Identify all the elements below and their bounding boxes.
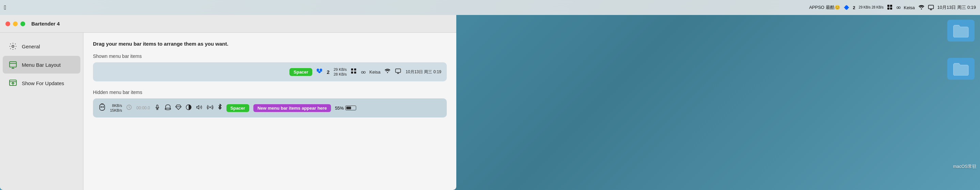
battery-fill	[346, 107, 351, 109]
sidebar-item-general[interactable]: General	[3, 37, 80, 55]
hat-strip-icon	[164, 104, 171, 112]
svg-rect-26	[351, 72, 353, 73]
menubar:  APPSO 最酷😊 2 29 KB/s 28 KB/s oo Keisa	[0, 0, 980, 15]
menu-bar-layout-label: Menu Bar Layout	[22, 62, 60, 68]
macos-label-container: macOS常驻	[953, 163, 977, 169]
svg-point-38	[209, 107, 210, 108]
svg-marker-37	[196, 105, 199, 109]
keisa-strip-label: Keisa	[369, 69, 381, 75]
sidebar: General Menu Bar Layout	[0, 33, 83, 190]
title-bar: Bartender 4	[0, 15, 456, 33]
svg-point-34	[165, 108, 170, 110]
speed-strip-text: 29 KB/s28 KB/s	[334, 67, 347, 77]
svg-point-32	[103, 106, 103, 107]
svg-rect-24	[351, 69, 353, 70]
app-window: Bartender 4 General	[0, 15, 456, 190]
appso-label: APPSO 最酷😊	[809, 5, 840, 11]
number2-menubar-icon: 2	[853, 5, 855, 10]
window-title: Bartender 4	[31, 21, 60, 27]
svg-rect-5	[890, 5, 892, 7]
drag-hint: Drag your menu bar items to arrange them…	[93, 41, 447, 47]
svg-rect-27	[354, 72, 356, 73]
glasses-menubar-icon: oo	[897, 5, 900, 10]
svg-rect-8	[928, 5, 933, 9]
desktop-folder-1[interactable]	[947, 20, 975, 42]
svg-rect-28	[396, 69, 401, 72]
wifi-menubar-icon	[918, 5, 924, 11]
spacer-badge-shown[interactable]: Spacer	[290, 68, 312, 76]
timer-strip-icon	[126, 104, 132, 112]
speed2-strip-text: 8KB/s15KB/s	[110, 103, 122, 113]
menubar-layout-icon	[8, 60, 18, 69]
show-for-updates-label: Show For Updates	[22, 80, 64, 86]
battery-indicator: 55%	[335, 105, 356, 111]
general-label: General	[22, 43, 40, 49]
dropbox-strip-icon	[317, 69, 323, 76]
minimize-button[interactable]	[13, 21, 18, 26]
close-button[interactable]	[5, 21, 10, 26]
datetime-strip-label: 10月13日 周三 0:19	[406, 69, 441, 75]
menubar-left: 	[4, 4, 809, 11]
traffic-lights	[5, 21, 25, 26]
cat-strip-icon	[99, 104, 106, 113]
mic-strip-icon	[154, 104, 161, 112]
main-content: Drag your menu bar items to arrange them…	[83, 33, 456, 190]
svg-rect-12	[10, 62, 16, 67]
shown-section-label: Shown menu bar items	[93, 53, 447, 59]
menubar-right: APPSO 最酷😊 2 29 KB/s 28 KB/s oo Keisa	[809, 5, 976, 11]
grid-strip-icon	[351, 68, 357, 76]
speed-display: 29 KB/s 28 KB/s	[859, 5, 884, 10]
wifi-strip-icon	[385, 68, 391, 76]
desktop-folder-2[interactable]	[947, 58, 975, 80]
svg-point-31	[101, 106, 102, 107]
sidebar-item-show-for-updates[interactable]: Show For Updates	[3, 74, 80, 92]
hidden-menubar-strip[interactable]: 8KB/s15KB/s 00:00.0	[93, 98, 447, 118]
display-menubar-icon	[928, 5, 934, 11]
svg-point-11	[12, 45, 14, 47]
hidden-section-label: Hidden menu bar items	[93, 89, 447, 95]
gear-icon	[8, 42, 18, 51]
shown-menubar-strip[interactable]: Spacer 2 29 KB/s28 KB/s	[93, 62, 447, 81]
sidebar-item-menu-bar-layout[interactable]: Menu Bar Layout	[3, 56, 80, 73]
folder-icon-1	[947, 20, 975, 42]
svg-rect-6	[888, 8, 889, 10]
halfcircle-strip-icon	[186, 104, 192, 112]
display-strip-icon	[395, 68, 401, 76]
diamond-strip-icon	[175, 104, 181, 112]
spacer-badge-hidden[interactable]: Spacer	[226, 104, 249, 112]
folder-icon-2	[947, 58, 975, 80]
svg-rect-25	[354, 69, 356, 70]
signal-strip-icon	[207, 104, 213, 112]
bluetooth-strip-icon	[218, 104, 222, 112]
glasses-strip-icon: oo	[361, 69, 365, 75]
keisa-label: Keisa	[904, 5, 915, 10]
new-items-badge: New menu bar items appear here	[253, 104, 331, 112]
window-body: General Menu Bar Layout	[0, 33, 456, 190]
maximize-button[interactable]	[21, 21, 25, 26]
datetime-display: 10月13日 周三 0:19	[937, 5, 976, 11]
svg-rect-7	[890, 8, 892, 10]
timer-label: 00:00.0	[136, 105, 150, 110]
macos-resident-label: macOS常驻	[953, 164, 977, 169]
apple-logo-icon[interactable]: 	[4, 4, 6, 11]
volume-strip-icon	[196, 104, 203, 112]
svg-rect-4	[888, 5, 889, 7]
number2-strip-icon: 2	[326, 69, 329, 75]
battery-bar	[345, 105, 356, 110]
grid-menubar-icon	[887, 5, 893, 11]
battery-percent-label: 55%	[335, 105, 344, 111]
update-icon	[8, 78, 18, 88]
dropbox-menubar-icon	[843, 5, 850, 11]
